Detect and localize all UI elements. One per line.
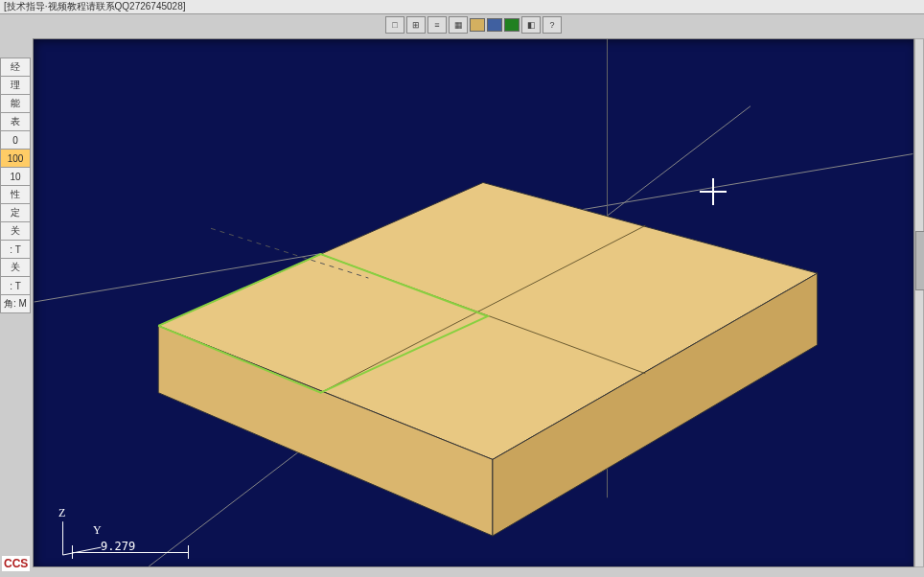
toolbar-btn-d[interactable]: ▦ xyxy=(449,16,468,34)
window-title-bar: [技术指导·视频教程请联系QQ2726745028] xyxy=(0,0,924,14)
brand-logo: CCS xyxy=(2,556,30,571)
toolbar-btn-b[interactable]: ⊞ xyxy=(406,16,426,34)
left-panel-item-12[interactable]: : T xyxy=(0,276,31,295)
left-panel-item-3[interactable]: 表 xyxy=(0,112,31,131)
toolbar-btn-e[interactable]: ◧ xyxy=(521,16,541,34)
left-panel-item-10[interactable]: : T xyxy=(0,240,31,259)
left-panel-item-2[interactable]: 能 xyxy=(0,94,31,113)
left-panel-item-0[interactable]: 经 xyxy=(0,58,31,77)
left-option-panel: 经理能表010010性定关: T关: T角: M xyxy=(0,58,31,312)
color-swatch-c[interactable] xyxy=(504,18,520,32)
scrollbar-thumb[interactable] xyxy=(915,231,924,290)
toolbar-btn-a[interactable]: □ xyxy=(385,16,404,34)
left-panel-item-13[interactable]: 角: M xyxy=(0,294,31,313)
left-panel-item-5[interactable]: 100 xyxy=(0,149,31,168)
window-title-text: [技术指导·视频教程请联系QQ2726745028] xyxy=(4,0,186,13)
left-panel-item-4[interactable]: 0 xyxy=(0,130,31,150)
color-swatch-b[interactable] xyxy=(487,18,502,32)
top-toolbar: □ ⊞ ≡ ▦ ◧ ? xyxy=(383,13,878,36)
left-panel-item-7[interactable]: 性 xyxy=(0,185,31,204)
toolbar-btn-help[interactable]: ? xyxy=(543,16,562,34)
vertical-scrollbar[interactable] xyxy=(914,38,924,567)
axis-y-label: Y xyxy=(93,523,102,538)
axis-z-label: Z xyxy=(58,506,65,520)
color-swatch-a[interactable] xyxy=(470,18,485,32)
scale-readout: 9.279 xyxy=(101,540,135,553)
left-panel-item-8[interactable]: 定 xyxy=(0,203,31,222)
3d-viewport[interactable]: Z Y 9.279 xyxy=(33,38,914,567)
left-panel-item-1[interactable]: 理 xyxy=(0,76,31,95)
left-panel-item-9[interactable]: 关 xyxy=(0,221,31,241)
viewport-canvas xyxy=(34,39,913,566)
toolbar-btn-c[interactable]: ≡ xyxy=(427,16,447,34)
left-panel-item-6[interactable]: 10 xyxy=(0,167,31,186)
left-panel-item-11[interactable]: 关 xyxy=(0,258,31,277)
